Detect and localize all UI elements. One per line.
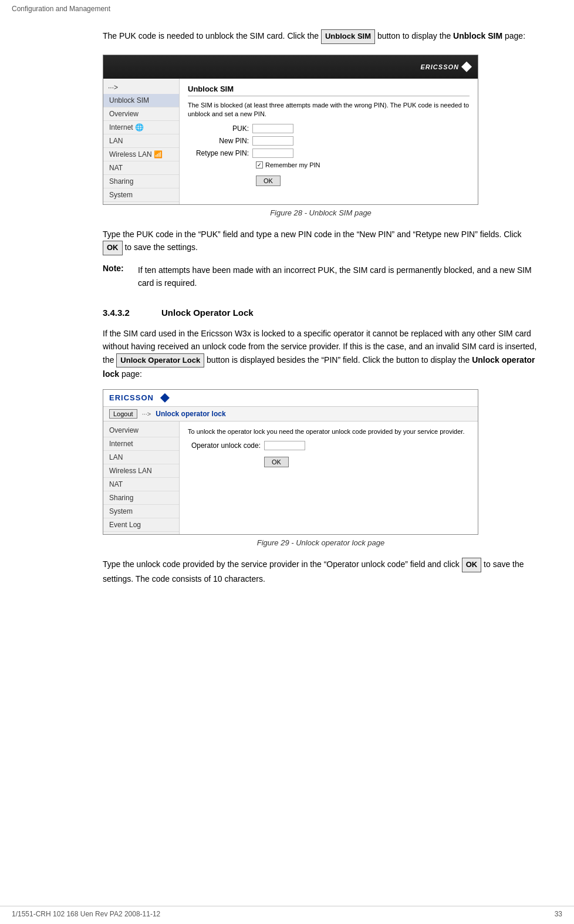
unblock-sim-bold: Unblock SIM xyxy=(453,31,502,41)
fig29-sidebar-nat: NAT xyxy=(103,478,179,491)
fig29-sidebar-eventlog: Event Log xyxy=(103,518,179,532)
fig28-sidebar-internet: Internet 🌐 xyxy=(103,121,179,134)
fig29-caption: Figure 29 - Unlock operator lock page xyxy=(103,538,539,547)
fig28-sidebar-overview: Overview xyxy=(103,107,179,121)
para-type-puk: Type the PUK code in the “PUK” field and… xyxy=(103,228,539,255)
fig28-remember-label: Remember my PIN xyxy=(265,161,320,168)
section342-para: If the SIM card used in the Ericsson W3x… xyxy=(103,327,539,381)
fig29-sidebar-sharing: Sharing xyxy=(103,491,179,505)
fig29-logout-btn[interactable]: Logout xyxy=(109,409,137,419)
para-unlock-text1: Type the unlock code provided by the ser… xyxy=(103,559,460,569)
footer-left: 1/1551-CRH 102 168 Uen Rev PA2 2008-11-1… xyxy=(12,910,160,918)
footer-right: 33 xyxy=(555,910,562,918)
para-puk-ok-btn: OK xyxy=(103,241,123,255)
fig28-remember-row: ✓ Remember my PIN xyxy=(188,161,470,168)
fig28-remember-checkbox[interactable]: ✓ xyxy=(256,161,263,168)
fig29-sidebar-wireless-lan: Wireless LAN xyxy=(103,464,179,478)
para-puk-text1: Type the PUK code in the “PUK” field and… xyxy=(103,230,522,239)
fig29-sidebar-system: System xyxy=(103,505,179,518)
intro-text1: The PUK code is needed to unblock the SI… xyxy=(103,31,319,41)
fig29-nav-title: Unlock operator lock xyxy=(156,410,225,418)
fig28-main: Unblock SIM The SIM is blocked (at least… xyxy=(180,79,478,204)
fig28-newpin-label: New PIN: xyxy=(188,137,252,145)
fig29-topbar: ERICSSON xyxy=(103,390,478,407)
fig28-retype-row: Retype new PIN: xyxy=(188,149,470,158)
fig28-description: The SIM is blocked (at least three attem… xyxy=(188,101,470,119)
para-puk-text2: to save the settings. xyxy=(124,242,198,252)
unlock-operator-lock-btn: Unlock Operator Lock xyxy=(116,353,204,368)
fig29-ok-btn[interactable]: OK xyxy=(264,457,289,467)
fig28-sidebar-lan: LAN xyxy=(103,134,179,148)
fig29-navbar: Logout ···> Unlock operator lock xyxy=(103,407,478,421)
para-unlock-ok-btn: OK xyxy=(462,558,482,572)
note-block: Note: If ten attempts have been made wit… xyxy=(103,264,539,290)
fig28-inner: ···> Unblock SIM Overview Internet 🌐 LAN… xyxy=(103,79,478,204)
figure-29-box: ERICSSON Logout ···> Unlock operator loc… xyxy=(103,389,478,535)
figure-28-box: ERICSSON ···> Unblock SIM Overview Inter… xyxy=(103,55,478,205)
fig28-sidebar-sharing: Sharing xyxy=(103,175,179,188)
main-content: The PUK code is needed to unblock the SI… xyxy=(0,18,574,629)
fig28-sidebar-unblock-sim: Unblock SIM xyxy=(103,94,179,107)
para-type-unlock: Type the unlock code provided by the ser… xyxy=(103,558,539,585)
fig28-page-title: Unblock SIM xyxy=(188,85,470,96)
fig29-main: To unlock the operator lock you need the… xyxy=(180,421,478,534)
fig28-newpin-row: New PIN: xyxy=(188,136,470,146)
fig28-puk-row: PUK: xyxy=(188,124,470,133)
page-footer: 1/1551-CRH 102 168 Uen Rev PA2 2008-11-1… xyxy=(0,906,574,918)
section-342-number: 3.4.3.2 xyxy=(103,308,161,318)
unblock-sim-inline-button: Unblock SIM xyxy=(321,29,375,44)
fig28-nav-arrow: ···> xyxy=(103,81,179,94)
fig28-sidebar: ···> Unblock SIM Overview Internet 🌐 LAN… xyxy=(103,79,180,204)
fig29-ericsson-logo: ERICSSON xyxy=(109,393,154,402)
fig28-sidebar-nat: NAT xyxy=(103,161,179,175)
fig29-unlock-code-input[interactable] xyxy=(264,441,305,450)
section-342-title: Unlock Operator Lock xyxy=(161,308,254,318)
note-text: If ten attempts have been made with an i… xyxy=(138,264,539,290)
fig28-puk-input[interactable] xyxy=(252,124,293,133)
fig29-nav-arrow: ···> xyxy=(142,410,151,417)
fig29-sidebar-internet: Internet xyxy=(103,437,179,451)
intro-text2: button to display the xyxy=(377,31,453,41)
fig29-inner: Overview Internet LAN Wireless LAN NAT S… xyxy=(103,421,478,534)
ericsson-logo-fig28: ERICSSON xyxy=(421,63,459,70)
fig28-retype-label: Retype new PIN: xyxy=(188,149,252,157)
fig28-newpin-input[interactable] xyxy=(252,136,293,146)
fig28-caption: Figure 28 - Unblock SIM page xyxy=(103,208,539,217)
fig29-sidebar-lan: LAN xyxy=(103,451,179,464)
note-label: Note: xyxy=(103,264,132,290)
fig29-description: To unlock the operator lock you need the… xyxy=(188,427,470,436)
fig28-ok-btn[interactable]: OK xyxy=(256,176,281,186)
section-342-heading: 3.4.3.2 Unlock Operator Lock xyxy=(103,308,539,318)
fig28-sidebar-wireless-lan: Wireless LAN 📶 xyxy=(103,148,179,161)
section342-text3: page: xyxy=(121,369,142,379)
fig29-unlock-code-label: Operator unlock code: xyxy=(188,441,264,450)
section342-text2: button is displayed besides the “PIN” fi… xyxy=(207,355,470,365)
fig28-puk-label: PUK: xyxy=(188,124,252,133)
ericsson-logo-icon-fig28 xyxy=(461,62,472,72)
intro-text3: page: xyxy=(505,31,525,41)
header-text: Configuration and Management xyxy=(12,5,110,13)
page-header: Configuration and Management xyxy=(0,0,574,18)
intro-paragraph: The PUK code is needed to unblock the SI… xyxy=(103,29,539,44)
fig29-unlock-code-row: Operator unlock code: xyxy=(188,441,470,450)
fig29-sidebar: Overview Internet LAN Wireless LAN NAT S… xyxy=(103,421,180,534)
fig29-logo-icon xyxy=(160,393,170,403)
fig29-sidebar-overview: Overview xyxy=(103,424,179,437)
fig28-retype-input[interactable] xyxy=(252,149,293,158)
fig28-topbar: ERICSSON xyxy=(103,55,478,79)
fig28-sidebar-system: System xyxy=(103,188,179,202)
